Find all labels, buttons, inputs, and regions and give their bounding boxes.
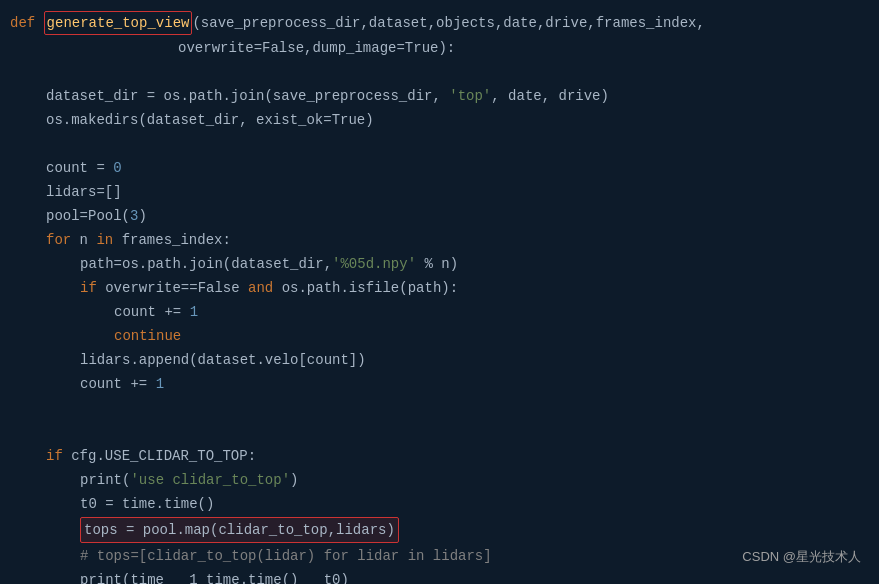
code-editor: def generate_top_view(save_preprocess_di…	[0, 0, 879, 584]
code-line-10: if overwrite==False and os.path.isfile(p…	[0, 276, 879, 300]
code-line-16: print('use clidar_to_top')	[0, 468, 879, 492]
keyword-def: def	[10, 12, 44, 34]
line1-params: (save_preprocess_dir,dataset,objects,dat…	[192, 12, 704, 34]
code-line-11: count += 1	[0, 300, 879, 324]
code-line-14: count += 1	[0, 372, 879, 396]
blank-line-1	[0, 60, 879, 84]
blank-line-4	[0, 420, 879, 444]
code-line-20: print(time 1 time.time() t0)	[0, 568, 879, 584]
code-line-13: lidars.append(dataset.velo[count])	[0, 348, 879, 372]
code-line-7: pool=Pool(3)	[0, 204, 879, 228]
code-line-17: t0 = time.time()	[0, 492, 879, 516]
code-line-3: dataset_dir = os.path.join(save_preproce…	[0, 84, 879, 108]
code-line-9: path=os.path.join(dataset_dir,'%05d.npy'…	[0, 252, 879, 276]
code-line-6: lidars=[]	[0, 180, 879, 204]
function-name-highlight: generate_top_view	[44, 11, 193, 35]
code-line-1: def generate_top_view(save_preprocess_di…	[0, 10, 879, 36]
code-line-2: overwrite=False,dump_image=True):	[0, 36, 879, 60]
code-line-4: os.makedirs(dataset_dir, exist_ok=True)	[0, 108, 879, 132]
code-line-18: tops = pool.map(clidar_to_top,lidars)	[0, 516, 879, 544]
blank-line-3	[0, 396, 879, 420]
code-line-8: for n in frames_index:	[0, 228, 879, 252]
highlighted-line: tops = pool.map(clidar_to_top,lidars)	[80, 517, 399, 543]
blank-line-2	[0, 132, 879, 156]
code-line-15: if cfg.USE_CLIDAR_TO_TOP:	[0, 444, 879, 468]
code-line-5: count = 0	[0, 156, 879, 180]
line2-params: overwrite=False,dump_image=True):	[10, 37, 455, 59]
code-line-12: continue	[0, 324, 879, 348]
watermark: CSDN @星光技术人	[742, 548, 861, 566]
